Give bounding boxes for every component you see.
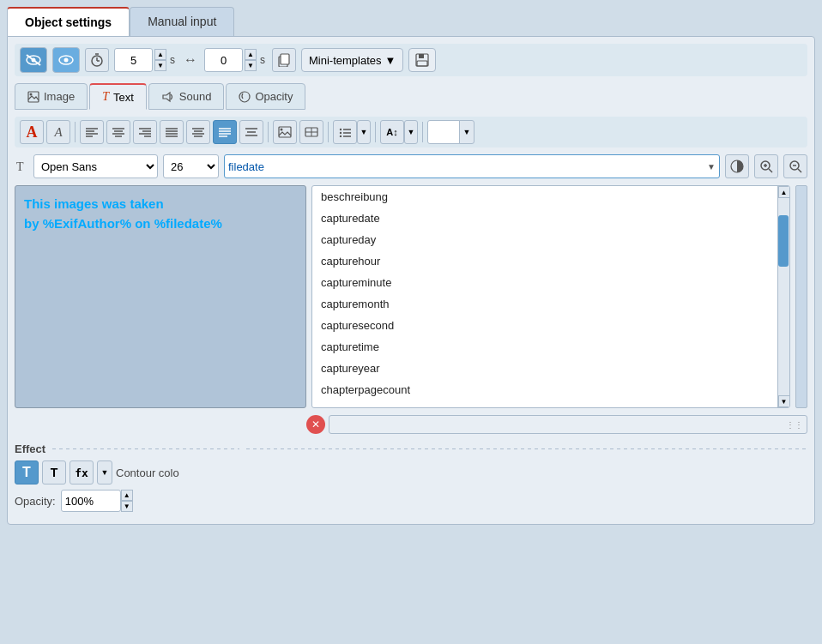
contrast-button[interactable] [725,154,749,178]
dropdown-close-button[interactable]: ✕ [306,415,325,434]
scroll-down-arrow[interactable]: ▼ [778,395,790,407]
tab-manual-input[interactable]: Manual input [130,7,234,36]
align-dist-button[interactable] [186,120,210,144]
format-toolbar: A A [15,117,807,147]
svg-line-58 [769,169,772,172]
list-item[interactable]: capturedate [312,208,777,229]
list-dropdown-button[interactable]: ▼ [357,120,371,144]
list-item[interactable]: captureday [312,229,777,250]
mini-templates-button[interactable]: Mini-templates ▼ [301,48,403,72]
duration-input[interactable]: 5 [114,48,153,72]
list-item[interactable]: chapterpagenr [312,400,777,407]
opacity-spin-down[interactable]: ▼ [121,501,133,512]
scroll-up-arrow[interactable]: ▲ [778,186,790,198]
list-item[interactable]: capturetime [312,336,777,358]
svg-point-45 [281,129,283,131]
align-left-button[interactable] [80,120,104,144]
effect-dropdown-button[interactable]: ▼ [97,460,112,485]
opacity-spin-buttons: ▲ ▼ [121,490,133,512]
text-tab-label: Text [113,91,134,104]
text-color-dropdown[interactable]: ▼ [459,120,474,144]
scrollbar-thumb[interactable] [778,215,789,267]
transition-spin-up[interactable]: ▲ [245,49,257,60]
zoom-in-button[interactable] [754,154,778,178]
effect-header: Effect [15,442,807,455]
effect-text-bold-button[interactable]: T [15,460,39,485]
variable-value: filedate [228,160,707,173]
divider-5 [422,122,423,142]
list-item[interactable]: capturesecond [312,315,777,336]
duration-unit: s [168,54,177,66]
right-scrollbar[interactable] [795,185,807,408]
variable-dropdown-arrow: ▼ [707,162,716,172]
top-tabs: Object settings Manual input [7,7,815,36]
align-right-button[interactable] [133,120,157,144]
align-full-button[interactable] [213,120,237,144]
list-item[interactable]: captureyear [312,358,777,379]
opacity-input[interactable]: 100% [61,490,121,512]
list-item[interactable]: chapterpagecount [312,379,777,400]
list-button[interactable] [333,120,357,144]
effect-toolbar: T T fx ▼ Contour colo [15,460,807,485]
insert-image-button[interactable] [273,120,297,144]
variable-dropdown[interactable]: filedate ▼ [224,154,720,178]
tab-image[interactable]: Image [15,83,88,110]
opacity-spin-up[interactable]: ▲ [121,490,133,501]
list-item[interactable]: captureminute [312,272,777,293]
align-center-button[interactable] [106,120,130,144]
insert-variable-button[interactable] [299,120,323,144]
dropdown-resize-handle[interactable]: ⋮⋮ [329,415,807,434]
image-tab-icon [27,91,39,103]
tab-text[interactable]: T Text [89,83,147,110]
font-selector[interactable]: Open Sans [33,154,158,178]
dropdown-bottom-row: ✕ ⋮⋮ [15,415,807,439]
dropdown-list-pane: beschreibungcapturedatecapturedaycapture… [311,185,790,408]
spacing-dropdown-button[interactable]: ▼ [404,120,418,144]
preview-text: This images was takenby %ExifAuthor% on … [24,195,222,233]
divider-2 [268,122,269,142]
transition-unit: s [258,54,267,66]
eye-visible-icon[interactable] [52,47,80,73]
timer-icon[interactable] [85,48,109,72]
text-spacing-button[interactable]: A↕ [380,120,404,144]
opacity-tab-label: Opacity [255,90,293,103]
effect-text-normal-button[interactable]: T [42,460,66,485]
list-item[interactable]: capturehour [312,250,777,272]
tab-object-settings[interactable]: Object settings [7,7,130,36]
duration-spin-down[interactable]: ▼ [154,60,166,71]
effect-text-fx-button[interactable]: fx [70,460,94,485]
baseline-align-button[interactable] [239,120,263,144]
save-button[interactable] [408,48,436,72]
tab-opacity[interactable]: Opacity [226,83,305,110]
font-size-selector[interactable]: 26 [163,154,219,178]
divider-1 [75,122,76,142]
text-color-button[interactable] [427,120,460,144]
bold-text-button[interactable]: A [20,120,44,144]
effect-label: Effect [15,442,45,455]
transition-spin-down[interactable]: ▼ [245,60,257,71]
svg-rect-10 [281,54,289,64]
sound-tab-icon [161,91,175,103]
tab-sound[interactable]: Sound [148,83,225,110]
copy-paste-icon[interactable] [272,48,296,72]
list-button-group: ▼ [333,120,371,144]
list-item[interactable]: beschreibung [312,186,777,208]
sound-tab-label: Sound [179,90,212,103]
mini-templates-dropdown-icon: ▼ [385,54,396,67]
main-panel: 5 ▲ ▼ s ↔ 0 ▲ ▼ s [7,36,815,525]
dropdown-scrollbar[interactable]: ▲ ▼ [777,186,789,407]
italic-text-button[interactable]: A [46,120,70,144]
transition-input[interactable]: 0 [204,48,243,72]
preview-pane: This images was takenby %ExifAuthor% on … [15,185,306,408]
text-edit-row: T Open Sans 26 filedate ▼ [15,154,807,178]
zoom-out-button[interactable] [783,154,807,178]
list-item[interactable]: capturemonth [312,293,777,315]
opacity-tab-icon [239,91,251,103]
secondary-tabs: Image T Text Sound Opacity [15,83,807,110]
duration-spin-up[interactable]: ▲ [154,49,166,60]
svg-rect-14 [28,92,39,102]
eye-crossed-icon[interactable] [20,47,47,73]
align-justify-button[interactable] [160,120,184,144]
spacing-button-group: A↕ ▼ [380,120,418,144]
content-area: This images was takenby %ExifAuthor% on … [15,185,807,408]
